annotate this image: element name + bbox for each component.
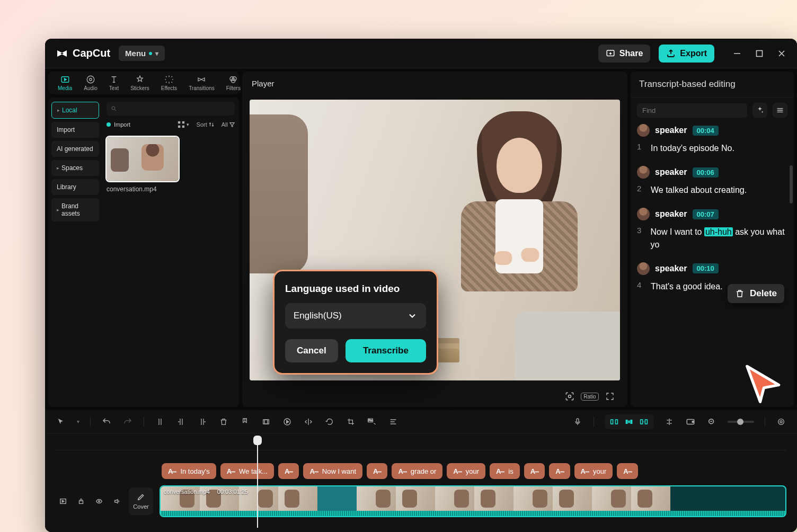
mirror-tool[interactable] — [303, 416, 314, 427]
cursor-tool[interactable] — [56, 416, 66, 427]
zoom-slider[interactable] — [728, 421, 754, 423]
caption-clip[interactable]: A‒We talk... — [220, 463, 274, 479]
timeline-body[interactable]: A‒In today's A‒We talk... A‒ A‒Now I wan… — [45, 433, 797, 532]
caption-clip[interactable]: A‒your — [447, 463, 485, 479]
scrollbar-thumb[interactable] — [790, 165, 793, 203]
snap-option-2[interactable] — [624, 416, 634, 427]
crop-tool[interactable] — [346, 416, 356, 427]
sidebar-item-import[interactable]: Import — [51, 122, 99, 138]
minimize-button[interactable] — [732, 49, 742, 58]
delete-tool[interactable] — [218, 416, 229, 427]
sidebar-item-ai-generated[interactable]: AI generated — [51, 141, 99, 157]
fullscreen-button[interactable] — [604, 391, 616, 402]
ratio-button[interactable]: Ratio — [584, 391, 596, 402]
cursor-pointer-graphic — [739, 360, 785, 406]
sidebar-item-library[interactable]: Library — [51, 179, 99, 195]
frame-tool[interactable] — [261, 416, 271, 427]
tab-audio[interactable]: Audio — [84, 75, 98, 91]
track-visible-toggle[interactable] — [94, 496, 104, 507]
fit-button[interactable] — [776, 416, 786, 427]
align-tool[interactable] — [664, 416, 675, 427]
caption-clip[interactable]: A‒In today's — [162, 463, 216, 479]
media-clip-name: conversation.mp4 — [107, 185, 235, 193]
tab-media[interactable]: Media — [58, 75, 72, 91]
filter-all-button[interactable]: All — [222, 121, 235, 128]
cover-button[interactable]: Cover — [129, 487, 153, 515]
split-tool[interactable] — [155, 416, 165, 427]
scan-icon[interactable] — [564, 391, 575, 402]
sort-button[interactable]: Sort — [197, 121, 214, 128]
caption-clip[interactable]: A‒ — [617, 463, 637, 479]
svg-point-10 — [112, 107, 115, 110]
caret-icon: ▸ — [57, 207, 59, 212]
media-search[interactable] — [107, 102, 235, 116]
highlighted-word[interactable]: uh-huh — [704, 227, 733, 236]
caption-icon: A‒ — [555, 467, 563, 475]
svg-point-33 — [780, 421, 782, 423]
media-clip-thumbnail[interactable] — [107, 137, 179, 181]
sidebar-item-spaces[interactable]: ▸ Spaces — [51, 160, 99, 176]
tab-effects[interactable]: Effects — [161, 75, 177, 91]
split-left-tool[interactable] — [176, 416, 187, 427]
playhead[interactable] — [257, 437, 258, 528]
sparkle-button[interactable] — [752, 103, 767, 118]
sidebar-item-brand-assets[interactable]: ▸ Brand assets — [51, 198, 99, 221]
caption-clip[interactable]: A‒ — [278, 463, 299, 479]
magnet-tool[interactable] — [685, 416, 696, 427]
video-clip[interactable]: conversation.mp4 00:03:01:25 — [160, 485, 786, 517]
captions-tool[interactable] — [388, 416, 398, 427]
capcut-logo-icon — [56, 47, 68, 60]
transcript-find-input[interactable]: Find — [637, 103, 747, 118]
marker-tool[interactable] — [240, 416, 250, 427]
undo-button[interactable] — [101, 416, 112, 427]
transcript-item[interactable]: speaker 00:07 3 Now I want to uh-huh ask… — [637, 208, 791, 250]
caption-clip[interactable]: A‒Now I want — [303, 463, 362, 479]
pencil-icon — [137, 493, 145, 501]
speaker-avatar — [637, 124, 650, 137]
delete-popover[interactable]: Delete — [728, 284, 784, 303]
close-button[interactable] — [777, 49, 786, 58]
tab-filters[interactable]: Filters — [226, 75, 241, 91]
play-tool[interactable] — [282, 416, 293, 427]
export-button[interactable]: Export — [659, 45, 714, 63]
track-thumbnail-toggle[interactable] — [58, 496, 68, 507]
zoom-out-button[interactable] — [706, 416, 717, 427]
caption-clip[interactable]: A‒ — [549, 463, 570, 479]
import-chip[interactable]: Import — [107, 121, 130, 128]
tab-stickers[interactable]: Stickers — [130, 75, 149, 91]
tab-transitions[interactable]: Transitions — [189, 75, 215, 91]
track-mute-toggle[interactable] — [112, 496, 122, 507]
mic-button[interactable] — [572, 416, 583, 427]
svg-point-30 — [692, 421, 694, 422]
snap-option-1[interactable] — [609, 416, 619, 427]
caption-clip[interactable]: A‒ — [367, 463, 387, 479]
caption-clip[interactable]: A‒your — [574, 463, 613, 479]
menu-button[interactable]: Menu ▾ — [119, 46, 165, 61]
caption-clip[interactable]: A‒ — [524, 463, 545, 479]
transcript-item[interactable]: speaker 00:06 2 We talked about creating… — [637, 166, 791, 196]
transcript-item[interactable]: speaker 00:04 1 In today's episode No. — [637, 124, 791, 154]
track-lock-toggle[interactable] — [76, 496, 86, 507]
caption-clip[interactable]: A‒is — [490, 463, 520, 479]
timeline-ruler[interactable] — [56, 439, 786, 450]
timeline-panel: ▾ Pro — [45, 410, 797, 532]
pro-tool[interactable]: Pro — [367, 416, 377, 427]
tab-text[interactable]: Text — [109, 75, 119, 91]
snap-option-3[interactable] — [639, 416, 649, 427]
rotate-tool[interactable] — [324, 416, 335, 427]
view-grid-button[interactable]: ▾ — [178, 121, 189, 128]
redo-button[interactable] — [122, 416, 133, 427]
stickers-icon — [135, 75, 145, 84]
list-button[interactable] — [773, 103, 787, 118]
cancel-button[interactable]: Cancel — [285, 339, 338, 362]
svg-rect-25 — [630, 420, 632, 424]
maximize-button[interactable] — [755, 49, 764, 58]
caption-clip[interactable]: A‒grade or — [392, 463, 442, 479]
language-select[interactable]: English(US) — [285, 303, 426, 329]
sidebar-item-local[interactable]: ▸ Local — [51, 102, 99, 119]
chevron-down-icon[interactable]: ▾ — [77, 419, 79, 424]
split-right-tool[interactable] — [197, 416, 208, 427]
svg-rect-12 — [182, 121, 184, 123]
share-button[interactable]: Share — [598, 45, 650, 63]
transcribe-button[interactable]: Transcribe — [346, 339, 426, 362]
